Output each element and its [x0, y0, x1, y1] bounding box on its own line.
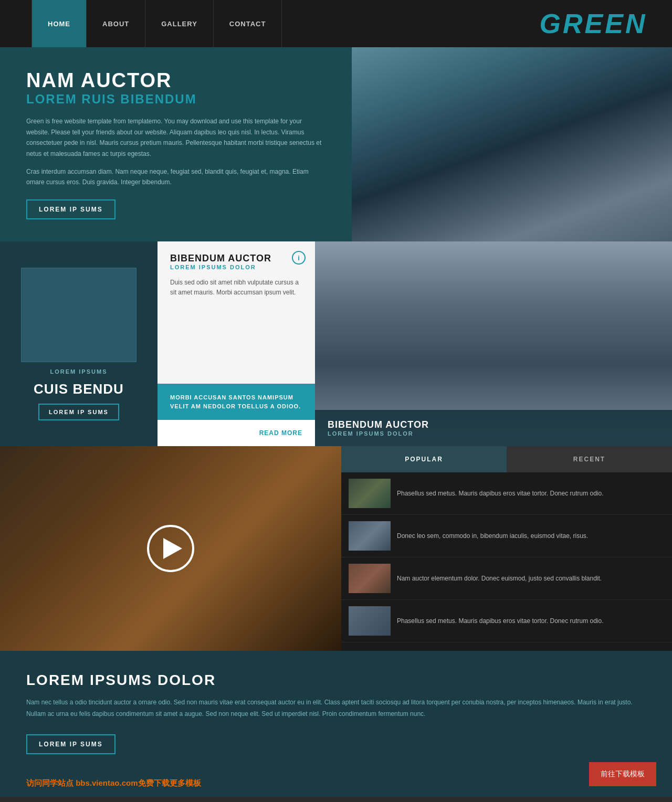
bottom-text: Nam nec tellus a odio tincidunt auctor a… [26, 697, 646, 720]
download-button[interactable]: 前往下载模板 [589, 762, 656, 786]
hero-cta-button[interactable]: LOREM IP SUMS [26, 199, 116, 219]
nav-about[interactable]: ABOUT [87, 0, 145, 47]
tab-bar: POPULAR RECENT [341, 446, 672, 472]
info-icon[interactable]: i [292, 251, 306, 265]
card-center-readmore[interactable]: READ MORE [158, 420, 315, 446]
card-right: BIBENDUM AUCTOR LOREM IPSUMS DOLOR [315, 241, 672, 446]
card-left: LOREM IPSUMS CUIS BENDU LOREM IP SUMS [0, 241, 158, 446]
list-item: Phasellus sed metus. Mauris dapibus eros… [341, 600, 672, 642]
thumbnail-2 [349, 521, 391, 551]
navigation: HOME ABOUT GALLERY CONTACT GREEN [0, 0, 672, 47]
thumbnail-1 [349, 479, 391, 508]
bottom-section: LOREM IPSUMS DOLOR Nam nec tellus a odio… [0, 651, 672, 775]
middle-section: LOREM IPSUMS CUIS BENDU LOREM IP SUMS BI… [0, 241, 672, 446]
card-center: BIBENDUM AUCTOR LOREM IPSUMS DOLOR Duis … [158, 241, 315, 446]
card-center-top: BIBENDUM AUCTOR LOREM IPSUMS DOLOR Duis … [158, 241, 315, 384]
list-item: Donec leo sem, commodo in, bibendum iacu… [341, 515, 672, 557]
card-right-overlay: BIBENDUM AUCTOR LOREM IPSUMS DOLOR [315, 410, 672, 446]
logo-area: GREEN [514, 0, 672, 47]
card-center-text: Duis sed odio sit amet nibh vulputate cu… [170, 278, 302, 298]
bottom-title: LOREM IPSUMS DOLOR [26, 672, 646, 689]
hero-background-image [352, 47, 672, 241]
tab-popular[interactable]: POPULAR [341, 446, 507, 472]
hero-section: NAM AUCTOR LOREM RUIS BIBENDUM Green is … [0, 47, 672, 241]
list-item: Nam auctor elementum dolor. Donec euismo… [341, 557, 672, 600]
video-player [0, 446, 341, 651]
play-button[interactable] [147, 525, 194, 572]
video-section: POPULAR RECENT Phasellus sed metus. Maur… [0, 446, 672, 651]
logo: GREEN [540, 8, 647, 39]
hero-title-main: NAM AUCTOR [26, 69, 326, 92]
sidebar-panel: POPULAR RECENT Phasellus sed metus. Maur… [341, 446, 672, 651]
card-left-image [21, 268, 136, 362]
bottom-cta-button[interactable]: LOREM IP SUMS [26, 734, 116, 754]
card-center-sub: LOREM IPSUMS DOLOR [170, 264, 302, 270]
card-left-label: LOREM IPSUMS [50, 368, 108, 375]
card-right-title: BIBENDUM AUCTOR [328, 419, 659, 430]
hero-text-1: Green is free website template from temp… [26, 116, 326, 159]
card-right-sub: LOREM IPSUMS DOLOR [328, 430, 659, 437]
nav-contact[interactable]: CONTACT [214, 0, 282, 47]
card-center-title: BIBENDUM AUCTOR [170, 253, 302, 264]
watermark: 访问同学站点 bbs.vientao.com免费下载更多模板 [0, 775, 672, 797]
hero-left: NAM AUCTOR LOREM RUIS BIBENDUM Green is … [0, 47, 352, 241]
nav-items: HOME ABOUT GALLERY CONTACT [32, 0, 514, 47]
item-text-1: Phasellus sed metus. Mauris dapibus eros… [397, 489, 604, 498]
popular-list: Phasellus sed metus. Mauris dapibus eros… [341, 472, 672, 651]
item-text-3: Nam auctor elementum dolor. Donec euismo… [397, 574, 602, 583]
list-item: Phasellus sed metus. Mauris dapibus eros… [341, 472, 672, 515]
nav-home[interactable]: HOME [32, 0, 87, 47]
tab-recent[interactable]: RECENT [507, 446, 672, 472]
thumbnail-3 [349, 564, 391, 593]
item-text-2: Donec leo sem, commodo in, bibendum iacu… [397, 531, 588, 541]
card-left-button[interactable]: LOREM IP SUMS [38, 404, 119, 420]
card-left-title: CUIS BENDU [34, 381, 124, 397]
hero-image [352, 47, 672, 241]
card-center-callout: MORBI ACCUSAN SANTOS NAMIPSUM VELIT AM N… [158, 384, 315, 420]
play-icon [163, 538, 182, 559]
thumbnail-4 [349, 606, 391, 636]
nav-gallery[interactable]: GALLERY [145, 0, 214, 47]
item-text-4: Phasellus sed metus. Mauris dapibus eros… [397, 616, 604, 626]
hero-title-sub: LOREM RUIS BIBENDUM [26, 92, 326, 107]
hero-text-2: Cras interdum accumsan diam. Nam neque n… [26, 166, 326, 188]
